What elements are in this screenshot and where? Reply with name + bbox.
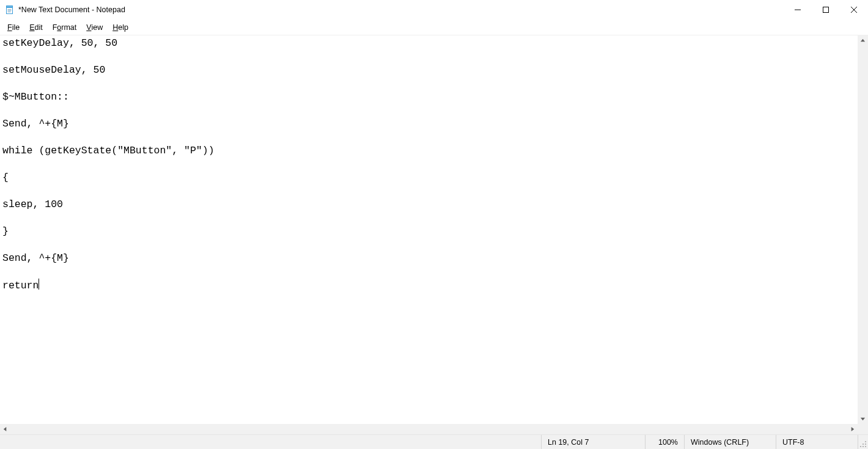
svg-rect-5: [823, 7, 829, 13]
scroll-up-button[interactable]: [858, 35, 868, 46]
statusbar-pad: [0, 435, 541, 449]
notepad-window: *New Text Document - Notepad File Edit F…: [0, 0, 868, 449]
scroll-down-button[interactable]: [858, 414, 868, 424]
status-encoding: UTF-8: [776, 435, 858, 449]
notepad-icon: [5, 5, 15, 15]
editor-content: setKeyDelay, 50, 50 setMouseDelay, 50 $~…: [2, 37, 215, 291]
menu-view-rest: iew: [91, 23, 103, 32]
menu-help[interactable]: Help: [108, 22, 133, 33]
menu-format[interactable]: Format: [48, 22, 82, 33]
titlebar[interactable]: *New Text Document - Notepad: [0, 0, 868, 20]
svg-point-6: [865, 441, 866, 442]
menubar: File Edit Format View Help: [0, 20, 868, 35]
svg-point-11: [860, 446, 861, 447]
text-caret: [39, 279, 39, 290]
resize-grip[interactable]: [858, 435, 868, 449]
menu-help-rest: elp: [118, 23, 128, 32]
status-line-ending-text: Windows (CRLF): [691, 438, 749, 447]
status-encoding-text: UTF-8: [782, 438, 804, 447]
menu-file-rest: ile: [12, 23, 20, 32]
close-button[interactable]: [840, 0, 868, 20]
window-title: *New Text Document - Notepad: [18, 5, 125, 14]
svg-point-7: [865, 444, 866, 445]
svg-point-8: [862, 444, 864, 445]
statusbar: Ln 19, Col 7 100% Windows (CRLF) UTF-8: [0, 434, 868, 449]
menu-format-rest: rmat: [61, 23, 76, 32]
scrollbar-corner: [858, 424, 868, 434]
svg-rect-1: [7, 6, 13, 8]
status-zoom: 100%: [645, 435, 684, 449]
svg-point-10: [862, 446, 864, 447]
text-editor[interactable]: setKeyDelay, 50, 50 setMouseDelay, 50 $~…: [0, 35, 858, 424]
status-position: Ln 19, Col 7: [541, 435, 645, 449]
status-line-ending: Windows (CRLF): [684, 435, 776, 449]
menu-view[interactable]: View: [81, 22, 108, 33]
status-zoom-text: 100%: [658, 438, 678, 447]
scroll-left-button[interactable]: [0, 424, 10, 434]
svg-point-9: [865, 446, 866, 447]
maximize-button[interactable]: [812, 0, 840, 20]
menu-file[interactable]: File: [2, 22, 24, 33]
menu-edit[interactable]: Edit: [24, 22, 48, 33]
menu-edit-rest: dit: [35, 23, 43, 32]
editor-wrap: setKeyDelay, 50, 50 setMouseDelay, 50 $~…: [0, 35, 868, 424]
status-position-text: Ln 19, Col 7: [548, 438, 589, 447]
minimize-button[interactable]: [784, 0, 812, 20]
scroll-right-button[interactable]: [847, 424, 858, 434]
horizontal-scrollbar[interactable]: [0, 424, 868, 434]
client-area: setKeyDelay, 50, 50 setMouseDelay, 50 $~…: [0, 35, 868, 449]
vertical-scrollbar[interactable]: [858, 35, 868, 424]
